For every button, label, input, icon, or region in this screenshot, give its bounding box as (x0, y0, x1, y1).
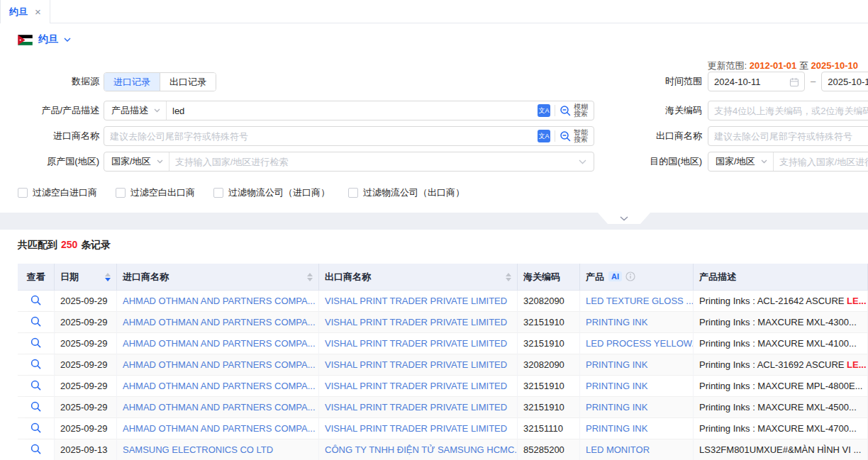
importer-link[interactable]: AHMAD OTHMAN AND PARTNERS COMPA... (123, 359, 316, 370)
date-from-field[interactable] (708, 72, 805, 91)
importer-link[interactable]: AHMAD OTHMAN AND PARTNERS COMPA... (123, 296, 316, 306)
view-record-button[interactable] (30, 337, 41, 348)
sort-toggle-exporter[interactable] (506, 273, 511, 281)
tab-jordan[interactable]: 约旦 × (0, 0, 50, 23)
tab-close-icon[interactable]: × (35, 6, 41, 17)
date-to-field[interactable] (821, 72, 868, 91)
update-range-from: 2012-01-01 (750, 60, 797, 71)
importer-link[interactable]: AHMAD OTHMAN AND PARTNERS COMPA... (123, 338, 316, 349)
country-selector[interactable]: 约旦 (18, 33, 71, 46)
update-range-to-word: 至 (799, 60, 808, 71)
view-record-button[interactable] (30, 316, 41, 327)
sort-toggle-importer[interactable] (307, 273, 313, 281)
importer-link[interactable]: AHMAD OTHMAN AND PARTNERS COMPA... (123, 423, 316, 434)
product-link[interactable]: PRINTING INK (586, 423, 647, 434)
data-source-label: 数据源 (0, 72, 99, 91)
row-hs-code: 32151910 (518, 397, 580, 418)
view-record-button[interactable] (30, 295, 41, 305)
product-link[interactable]: LED MONITOR (586, 444, 650, 455)
exporter-field[interactable] (708, 126, 868, 146)
fuzzy-search-button[interactable]: 模糊 搜索 (560, 103, 594, 118)
sort-desc-icon[interactable] (506, 278, 511, 281)
magnifier-icon (30, 337, 41, 348)
magnifier-icon (30, 380, 41, 391)
view-record-button[interactable] (30, 401, 41, 412)
product-label: 产品/产品描述 (0, 101, 99, 120)
date-to-input[interactable] (822, 72, 868, 91)
column-exporter[interactable]: 出口商名称 (319, 264, 518, 291)
importer-input[interactable] (104, 127, 538, 145)
translate-icon[interactable]: 文A (538, 130, 550, 142)
sort-asc-icon[interactable] (307, 273, 313, 276)
sort-asc-icon[interactable] (105, 273, 111, 276)
view-record-button[interactable] (30, 380, 41, 391)
destination-field: 国家/地区 (708, 152, 868, 172)
collapse-panel-button[interactable] (598, 213, 650, 224)
destination-type-value: 国家/地区 (716, 155, 755, 168)
translate-icon[interactable]: 文A (538, 104, 550, 117)
export-records-button[interactable]: 出口记录 (160, 73, 216, 91)
origin-type-select[interactable]: 国家/地区 (104, 152, 169, 171)
view-record-button[interactable] (30, 422, 41, 433)
checkbox-icon[interactable] (213, 188, 223, 198)
exporter-link[interactable]: VISHAL PRINT TRADER PRIVATE LIMITED (325, 296, 507, 306)
exporter-link[interactable]: VISHAL PRINT TRADER PRIVATE LIMITED (325, 359, 507, 370)
product-link[interactable]: LED TEXTURE GLOSS ... (586, 296, 694, 306)
magnifier-icon (30, 444, 41, 454)
destination-type-select[interactable]: 国家/地区 (708, 152, 774, 171)
table-row: 2025-09-29 AHMAD OTHMAN AND PARTNERS COM… (18, 418, 868, 439)
checkbox-icon[interactable] (348, 188, 358, 198)
column-importer-label: 进口商名称 (123, 271, 169, 284)
sort-toggle-date[interactable] (105, 273, 111, 281)
column-date[interactable]: 日期 (55, 264, 117, 291)
checkbox-icon[interactable] (116, 188, 126, 198)
sort-desc-icon[interactable] (307, 278, 313, 281)
importer-link[interactable]: AHMAD OTHMAN AND PARTNERS COMPA... (123, 317, 316, 327)
checkbox-label: 过滤空白出口商 (130, 186, 195, 199)
origin-input[interactable] (169, 152, 579, 171)
info-icon[interactable] (625, 271, 635, 281)
checkbox-filter-blank-importer[interactable]: 过滤空白进口商 (18, 186, 97, 199)
product-link[interactable]: LED PROCESS YELLOW... (586, 338, 694, 349)
row-description: Printing Inks : ACL-21642 ASCURE LE... (694, 291, 868, 312)
hs-code-input[interactable] (708, 101, 868, 120)
exporter-link[interactable]: VISHAL PRINT TRADER PRIVATE LIMITED (325, 423, 507, 434)
view-record-button[interactable] (30, 444, 41, 454)
checkbox-filter-blank-exporter[interactable]: 过滤空白出口商 (116, 186, 195, 199)
product-link[interactable]: PRINTING INK (586, 402, 647, 413)
chevron-down-icon[interactable] (579, 159, 586, 164)
exporter-input[interactable] (708, 127, 868, 145)
smart-search-button[interactable]: 智能 搜索 (560, 129, 594, 143)
exporter-link[interactable]: VISHAL PRINT TRADER PRIVATE LIMITED (325, 338, 507, 349)
sort-asc-icon[interactable] (506, 273, 511, 276)
view-record-button[interactable] (30, 359, 41, 369)
sort-desc-icon[interactable] (105, 278, 111, 281)
importer-link[interactable]: AHMAD OTHMAN AND PARTNERS COMPA... (123, 402, 316, 413)
magnifier-icon (30, 422, 41, 433)
product-link[interactable]: PRINTING INK (586, 381, 647, 391)
checkbox-filter-logistics-importer[interactable]: 过滤物流公司（进口商） (213, 186, 330, 199)
hs-code-row: 海关编码 (603, 101, 868, 120)
importer-label: 进口商名称 (0, 126, 99, 146)
checkbox-icon[interactable] (18, 188, 28, 198)
product-link[interactable]: PRINTING INK (586, 317, 647, 327)
row-date: 2025-09-29 (55, 376, 117, 397)
column-importer[interactable]: 进口商名称 (117, 264, 319, 291)
exporter-link[interactable]: VISHAL PRINT TRADER PRIVATE LIMITED (325, 381, 507, 391)
exporter-link[interactable]: VISHAL PRINT TRADER PRIVATE LIMITED (325, 402, 507, 413)
importer-link[interactable]: SAMSUNG ELECTRONICS CO LTD (123, 444, 273, 455)
product-search-input[interactable] (167, 101, 538, 120)
importer-link[interactable]: AHMAD OTHMAN AND PARTNERS COMPA... (123, 381, 316, 391)
destination-input[interactable] (774, 152, 868, 171)
product-type-select[interactable]: 产品描述 (104, 101, 167, 120)
exporter-link[interactable]: VISHAL PRINT TRADER PRIVATE LIMITED (325, 317, 507, 327)
hs-code-field[interactable] (708, 101, 868, 120)
desc-text: Printing Inks : MAXCURE MPL-4800E... (699, 381, 862, 391)
import-records-button[interactable]: 进口记录 (104, 73, 160, 91)
filter-checkboxes: 过滤空白进口商 过滤空白出口商 过滤物流公司（进口商） 过滤物流公司（出口商） (18, 186, 464, 199)
exporter-link[interactable]: CÔNG TY TNHH ĐIỆN TỬ SAMSUNG HCMC... (325, 444, 518, 455)
checkbox-filter-logistics-exporter[interactable]: 过滤物流公司（出口商） (348, 186, 464, 199)
product-link[interactable]: PRINTING INK (586, 359, 647, 370)
row-hs-code: 85285200 (518, 439, 580, 460)
results-summary: 共匹配到250条记录 (18, 239, 111, 252)
